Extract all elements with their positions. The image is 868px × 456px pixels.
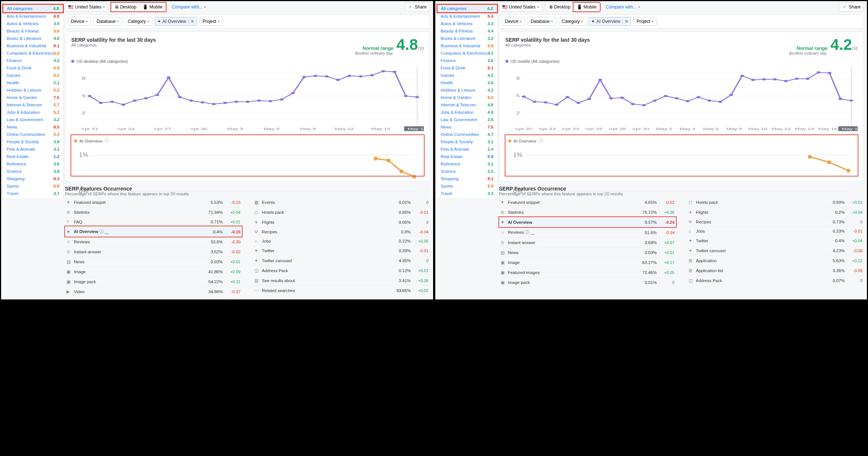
feature-row[interactable]: ◫Address Pack0.07%0 — [687, 275, 864, 285]
feature-row[interactable]: ✦Twitter0.39%-0.01 — [253, 246, 430, 256]
category-row[interactable]: Pets & Animals3.1 — [3, 145, 63, 153]
category-row[interactable]: Reference3.6 — [3, 160, 63, 168]
category-row[interactable]: All categories4.2 — [437, 4, 497, 13]
feature-row[interactable]: ✦Featured snippet4.65%-0.02 — [499, 198, 676, 207]
feature-row[interactable]: ▦Events0.01%0 — [253, 198, 430, 207]
category-row[interactable]: Hobbies & Leisure4.2 — [437, 86, 497, 94]
feature-row[interactable]: ▣Image pack0.01%0 — [499, 277, 676, 287]
category-row[interactable]: Hobbies & Leisure5.2 — [3, 86, 63, 94]
filter-category[interactable]: Category ▾ — [124, 17, 152, 26]
feature-row[interactable]: ✦Twitter carousel4.23%-0.08 — [687, 246, 864, 256]
category-row[interactable]: Books & Literature4.0 — [3, 35, 63, 42]
category-row[interactable]: News7.5 — [437, 123, 497, 131]
feature-row[interactable]: ▣Image pack54.22%+0.21 — [65, 277, 242, 287]
category-row[interactable]: Arts & Entertainment8.0 — [3, 13, 63, 20]
feature-row[interactable]: ▤News0.03%+0.01 — [499, 247, 676, 257]
category-row[interactable]: Beauty & Fitness4.4 — [437, 27, 497, 35]
category-row[interactable]: Shopping8.1 — [437, 175, 497, 182]
category-row[interactable]: Pets & Animals2.4 — [437, 145, 497, 153]
category-row[interactable]: Real Estate0.9 — [437, 153, 497, 160]
feature-row[interactable]: ✦AI Overview ⓘ ▁0.4%-0.15 — [65, 226, 242, 237]
feature-row[interactable]: ⊘Sitelinks75.72%+0.36 — [499, 207, 676, 217]
feature-row[interactable]: ⊘Sitelinks71.94%+0.54 — [65, 207, 242, 217]
feature-row[interactable]: ⊙Instant answer3.52%-0.02 — [65, 247, 242, 257]
mobile-toggle[interactable]: 📱 Mobile — [573, 3, 600, 11]
mobile-toggle[interactable]: 📱 Mobile — [139, 3, 166, 11]
category-row[interactable]: Jobs & Education5.2 — [3, 109, 63, 116]
category-row[interactable]: Law & Government3.2 — [3, 116, 63, 123]
filter-project[interactable]: Project ▾ — [633, 17, 657, 26]
category-row[interactable]: Home & Garden7.5 — [3, 94, 63, 101]
country-select[interactable]: United States ▾ — [499, 3, 542, 11]
filter-device[interactable]: Device ▾ — [502, 17, 525, 26]
category-row[interactable]: Law & Government2.6 — [437, 116, 497, 123]
category-row[interactable]: Travel3.7 — [3, 190, 63, 197]
feature-row[interactable]: ▣Featured images72.46%+0.05 — [499, 267, 676, 277]
category-row[interactable]: Beauty & Fitness5.6 — [3, 27, 63, 35]
compare-button[interactable]: Compare with... ▾ — [169, 3, 209, 11]
filter-category[interactable]: Category ▾ — [559, 17, 587, 26]
category-row[interactable]: Business & Industrial8.1 — [3, 42, 63, 49]
feature-row[interactable]: ✦AI Overview0.57%-0.24 — [499, 217, 676, 227]
feature-row[interactable]: ⌂Jobs0.33%-0.01 — [687, 226, 864, 236]
category-row[interactable]: Reference3.1 — [437, 160, 497, 168]
category-row[interactable]: Science2.5 — [437, 168, 497, 175]
desktop-toggle[interactable]: 🖥 Desktop — [545, 3, 574, 11]
category-row[interactable]: Business & Industrial5.9 — [437, 42, 497, 49]
category-row[interactable]: Finance3.6 — [437, 57, 497, 64]
category-row[interactable]: People & Society3.8 — [3, 138, 63, 145]
category-row[interactable]: Internet & Telecom5.7 — [3, 101, 63, 109]
feature-row[interactable]: ⊞Application5.63%+0.22 — [687, 256, 864, 265]
share-button[interactable]: Share — [839, 3, 864, 11]
category-row[interactable]: Jobs & Education4.6 — [437, 109, 497, 116]
feature-row[interactable]: ▣Image63.27%+0.17 — [499, 257, 676, 267]
feature-row[interactable]: ☆Reviews ⓘ ▁51.6%-0.34 — [499, 227, 676, 237]
feature-row[interactable]: ✦Twitter0.4%+0.04 — [687, 236, 864, 246]
country-select[interactable]: United States ▾ — [65, 3, 108, 11]
feature-row[interactable]: ☆Reviews53.6%-0.30 — [65, 237, 242, 247]
category-row[interactable]: Food & Drink6.9 — [3, 64, 63, 72]
category-row[interactable]: Computers & Electronics5.2 — [3, 49, 63, 57]
feature-row[interactable]: ◻Hotels pack0.85%-0.01 — [253, 207, 430, 217]
feature-row[interactable]: ⊞Application list3.36%-0.06 — [687, 265, 864, 275]
feature-row[interactable]: ΨRecipes0.8%-0.04 — [253, 227, 430, 236]
feature-row[interactable]: ?FAQ0.71%+0.01 — [65, 217, 242, 226]
info-icon[interactable]: ⓘ — [104, 138, 109, 144]
category-row[interactable]: Online Communities4.7 — [437, 131, 497, 138]
category-row[interactable]: Travel3.3 — [437, 190, 497, 197]
filter-device[interactable]: Device ▾ — [68, 17, 91, 26]
category-row[interactable]: Games5.2 — [3, 72, 63, 79]
category-row[interactable]: Autos & Vehicles3.9 — [3, 20, 63, 27]
category-row[interactable]: Finance4.2 — [3, 57, 63, 64]
category-row[interactable]: People & Society3.1 — [437, 138, 497, 145]
category-row[interactable]: News8.5 — [3, 123, 63, 131]
category-row[interactable]: Health2.1 — [3, 79, 63, 86]
feature-row[interactable]: ✦Featured snippet5.53%-0.15 — [65, 198, 242, 207]
feature-row[interactable]: ▥See results about3.41%+0.06 — [253, 275, 430, 285]
filter-database[interactable]: Database ▾ — [93, 17, 122, 26]
category-row[interactable]: Books & Literature3.2 — [437, 35, 497, 42]
share-button[interactable]: Share — [405, 3, 430, 11]
category-row[interactable]: Internet & Telecom4.8 — [437, 101, 497, 109]
filter-tag-ai-overview[interactable]: ✦ AI Overview ✕ — [155, 17, 197, 26]
filter-project[interactable]: Project ▾ — [199, 17, 223, 26]
category-row[interactable]: Games4.5 — [437, 72, 497, 79]
feature-row[interactable]: ⋯Related searches93.65%+0.02 — [253, 285, 430, 295]
feature-row[interactable]: ◫Address Pack0.12%+0.01 — [253, 265, 430, 275]
category-row[interactable]: Arts & Entertainment8.4 — [437, 13, 497, 20]
feature-row[interactable]: ▶Video34.88%-0.07 — [65, 287, 242, 296]
category-row[interactable]: Shopping8.3 — [3, 175, 63, 182]
category-row[interactable]: Home & Garden6.2 — [437, 94, 497, 101]
category-row[interactable]: Health3.6 — [437, 79, 497, 86]
feature-row[interactable]: ▤News0.03%+0.01 — [65, 257, 242, 267]
feature-row[interactable]: ✈Flights0.2%+0.04 — [687, 207, 864, 217]
category-row[interactable]: Real Estate1.2 — [3, 153, 63, 160]
category-row[interactable]: Computers & Electronics4.1 — [437, 49, 497, 57]
feature-row[interactable]: ⌂Jobs0.22%+0.05 — [253, 236, 430, 246]
feature-row[interactable]: ⊙Instant answer3.69%+0.07 — [499, 237, 676, 247]
category-row[interactable]: Science3.8 — [3, 168, 63, 175]
feature-row[interactable]: ✦Twitter carousel4.35%0 — [253, 256, 430, 265]
feature-row[interactable]: ◻Hotels pack0.89%+0.01 — [687, 198, 864, 207]
desktop-toggle[interactable]: 🖥 Desktop — [111, 3, 140, 11]
feature-row[interactable]: ▣Image41.86%+0.09 — [65, 267, 242, 277]
